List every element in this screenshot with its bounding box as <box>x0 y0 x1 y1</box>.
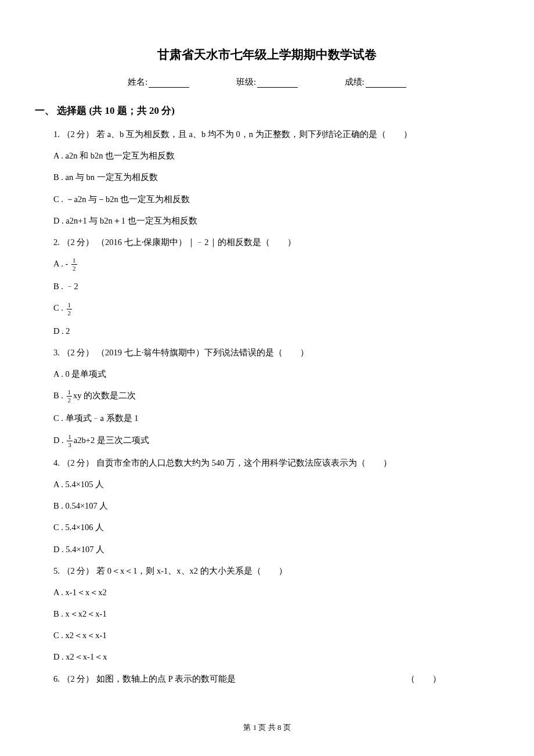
q5-option-d: D . x2＜x-1＜x <box>53 650 499 664</box>
page-footer: 第 1 页 共 8 页 <box>0 722 534 733</box>
q2-option-c: C . 12 <box>53 301 499 316</box>
class-blank <box>257 87 298 88</box>
fraction-one-half: 12 <box>67 302 73 316</box>
q6-stem: 6. （2 分） 如图，数轴上的点 P 表示的数可能是 （ ） <box>53 672 499 686</box>
q2-stem: 2. （2 分） （2016 七上·保康期中）｜﹣2｜的相反数是（ ） <box>53 236 499 249</box>
q5-option-a: A . x-1＜x＜x2 <box>53 586 499 599</box>
name-field: 姓名: <box>128 77 189 88</box>
q4-option-c: C . 5.4×106 人 <box>53 521 499 534</box>
fraction-one-half: 12 <box>67 389 73 404</box>
q1-option-b: B . an 与 bn 一定互为相反数 <box>53 171 499 184</box>
q3-option-b: B . 12xy 的次数是二次 <box>53 389 499 404</box>
q6-stem-left: 6. （2 分） 如图，数轴上的点 P 表示的数可能是 <box>53 672 236 686</box>
q3-option-a: A . 0 是单项式 <box>53 368 499 381</box>
q4-option-a: A . 5.4×105 人 <box>53 478 499 491</box>
q4-option-b: B . 0.54×107 人 <box>53 499 499 513</box>
q1-option-a: A . a2n 和 b2n 也一定互为相反数 <box>53 149 499 163</box>
name-blank <box>149 87 189 88</box>
fraction-one-third: 13 <box>67 434 73 448</box>
q2-option-b: B . ﹣2 <box>53 280 499 293</box>
q1-option-d: D . a2n+1 与 b2n＋1 也一定互为相反数 <box>53 214 499 228</box>
q1-option-c: C . －a2n 与－b2n 也一定互为相反数 <box>53 193 499 206</box>
fraction-one-half: 12 <box>71 257 77 272</box>
q5-stem: 5. （2 分） 若 0＜x＜1，则 x-1、x、x2 的大小关系是（ ） <box>53 564 499 578</box>
student-info-row: 姓名: 班级: 成绩: <box>35 77 499 88</box>
q4-option-d: D . 5.4×107 人 <box>53 543 499 556</box>
q3-option-c: C . 单项式﹣a 系数是 1 <box>53 412 499 425</box>
q6-stem-right: （ ） <box>406 672 441 686</box>
section-1-heading: 一、 选择题 (共 10 题；共 20 分) <box>35 104 499 117</box>
q5-option-c: C . x2＜x＜x-1 <box>53 629 499 642</box>
q2-option-a: A . - 12 <box>53 257 499 272</box>
class-field: 班级: <box>236 77 298 88</box>
q2-option-d: D . 2 <box>53 325 499 338</box>
q1-stem: 1. （2 分） 若 a、b 互为相反数，且 a、b 均不为 0，n 为正整数，… <box>53 128 499 141</box>
q3-stem: 3. （2 分） （2019 七上·翁牛特旗期中）下列说法错误的是（ ） <box>53 346 499 359</box>
page-title: 甘肃省天水市七年级上学期期中数学试卷 <box>35 46 499 63</box>
score-blank <box>366 87 406 88</box>
q5-option-b: B . x＜x2＜x-1 <box>53 607 499 621</box>
q4-stem: 4. （2 分） 自贡市全市的人口总数大约为 540 万，这个用科学记数法应该表… <box>53 456 499 470</box>
q3-option-d: D . 13a2b+2 是三次二项式 <box>53 434 499 448</box>
score-field: 成绩: <box>345 77 406 88</box>
